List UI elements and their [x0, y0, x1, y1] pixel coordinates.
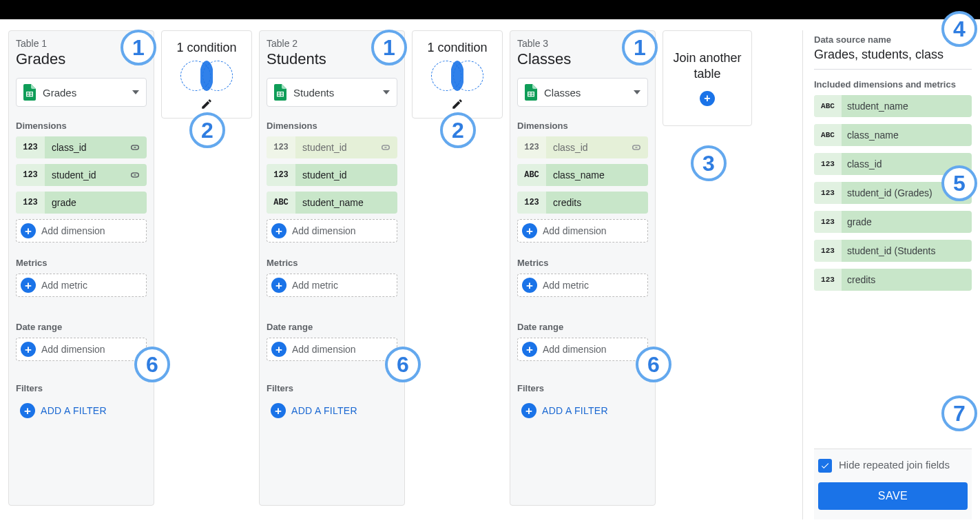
dimension-chip[interactable]: 123student_id: [267, 164, 397, 186]
dimension-chip[interactable]: 123student_id: [16, 164, 147, 186]
field-name: student_id: [295, 142, 379, 153]
field-type-badge: ABC: [814, 124, 842, 146]
hide-repeated-checkbox-row[interactable]: Hide repeated join fields: [818, 459, 968, 473]
table-number-label: Table 2: [267, 38, 397, 49]
field-type-badge: 123: [267, 164, 295, 186]
dimensions-list: 123class_idABCclass_name123credits: [517, 136, 648, 214]
field-type-badge: ABC: [517, 164, 546, 186]
svg-rect-3: [26, 92, 27, 96]
edit-join-icon[interactable]: [200, 98, 213, 110]
add-metric-button[interactable]: + Add metric: [16, 274, 147, 297]
plus-icon: +: [271, 278, 286, 293]
hide-repeated-label: Hide repeated join fields: [839, 459, 950, 472]
dimensions-list: 123student_id123student_idABCstudent_nam…: [267, 136, 397, 214]
callout-2: 2: [189, 112, 225, 148]
venn-inner-join-icon: [430, 58, 485, 94]
join-link-icon: [129, 141, 141, 154]
add-filter-label: ADD A FILTER: [291, 405, 357, 416]
edit-join-icon[interactable]: [451, 98, 463, 110]
add-dimension-button[interactable]: + Add dimension: [16, 219, 147, 243]
svg-rect-17: [534, 92, 534, 96]
field-type-badge: 123: [814, 269, 842, 291]
field-name: class_id: [45, 142, 129, 153]
included-field-chip[interactable]: ABCstudent_name: [814, 95, 972, 117]
add-filter-label: ADD A FILTER: [542, 405, 608, 416]
add-daterange-button[interactable]: + Add dimension: [267, 338, 397, 361]
source-select[interactable]: Classes: [517, 78, 648, 107]
add-dimension-button[interactable]: + Add dimension: [267, 219, 397, 243]
included-field-chip[interactable]: 123grade: [814, 211, 972, 233]
included-fields-list: ABCstudent_nameABCclass_name123class_id1…: [814, 95, 972, 291]
add-dimension-label: Add dimension: [41, 225, 105, 236]
bottom-actions: Hide repeated join fields SAVE: [814, 449, 972, 519]
add-daterange-label: Add dimension: [41, 344, 105, 355]
join-card-1[interactable]: 1 condition 2: [161, 30, 252, 119]
join-another-title: Join another table: [670, 50, 744, 81]
add-metric-button[interactable]: + Add metric: [267, 274, 397, 297]
add-metric-button[interactable]: + Add metric: [517, 274, 648, 297]
included-field-chip[interactable]: 123class_id: [814, 153, 972, 175]
source-name: Classes: [544, 87, 627, 99]
dimension-chip[interactable]: 123credits: [517, 192, 648, 214]
add-dimension-label: Add dimension: [543, 225, 607, 236]
plus-icon: +: [700, 91, 715, 106]
dimension-chip[interactable]: 123grade: [16, 192, 147, 214]
dimension-chip[interactable]: 123class_id: [517, 136, 648, 158]
field-name: student_name: [295, 197, 397, 208]
field-name: class_id: [546, 142, 630, 153]
checkbox-checked-icon[interactable]: [818, 459, 832, 473]
add-dimension-label: Add dimension: [292, 225, 356, 236]
field-type-badge: 123: [814, 182, 842, 204]
field-name: credits: [546, 197, 648, 208]
included-field-chip[interactable]: 123student_id (Grades): [814, 182, 972, 204]
plus-icon: +: [21, 223, 36, 238]
field-name: class_id: [842, 158, 882, 169]
add-metric-label: Add metric: [543, 280, 589, 291]
field-type-badge: 123: [16, 164, 45, 186]
ds-name-input[interactable]: Grades, students, class: [814, 45, 972, 70]
plus-icon: +: [522, 342, 537, 357]
join-link-icon: [379, 141, 392, 154]
table-name: Grades: [16, 50, 147, 68]
plus-icon: +: [20, 403, 35, 418]
table-number-label: Table 1: [16, 38, 147, 49]
add-filter-label: ADD A FILTER: [41, 405, 107, 416]
metrics-label: Metrics: [517, 258, 648, 268]
join-card-2[interactable]: 1 condition 2: [412, 30, 503, 119]
source-select[interactable]: Grades: [16, 78, 147, 107]
svg-rect-11: [283, 92, 284, 96]
join-another-card[interactable]: Join another table + 3: [663, 30, 752, 126]
add-metric-label: Add metric: [292, 280, 338, 291]
join-condition-label: 1 condition: [167, 41, 246, 55]
dimension-chip[interactable]: 123student_id: [267, 136, 397, 158]
add-daterange-button[interactable]: + Add dimension: [16, 338, 147, 361]
dimension-chip[interactable]: ABCclass_name: [517, 164, 648, 186]
add-filter-button[interactable]: + ADD A FILTER: [267, 399, 397, 422]
tables-row: 1 6 Table 1 Grades Grades Dimensions 123…: [8, 30, 802, 519]
field-name: student_id (Students: [842, 245, 935, 256]
dimension-chip[interactable]: ABCstudent_name: [267, 192, 397, 214]
dimension-chip[interactable]: 123class_id: [16, 136, 147, 158]
metrics-label: Metrics: [16, 258, 147, 268]
included-field-chip[interactable]: 123credits: [814, 269, 972, 291]
dimensions-label: Dimensions: [267, 121, 397, 131]
source-select[interactable]: Students: [267, 78, 397, 107]
included-field-chip[interactable]: 123student_id (Students: [814, 240, 972, 262]
add-filter-button[interactable]: + ADD A FILTER: [16, 399, 147, 422]
field-type-badge: 123: [814, 153, 842, 175]
field-type-badge: ABC: [814, 95, 842, 117]
join-link-icon: [129, 169, 141, 181]
filters-label: Filters: [517, 383, 648, 393]
plus-icon: +: [21, 342, 36, 357]
field-type-badge: 123: [16, 192, 45, 214]
add-daterange-button[interactable]: + Add dimension: [517, 338, 648, 361]
daterange-label: Date range: [16, 322, 147, 332]
save-button[interactable]: SAVE: [818, 482, 968, 510]
right-panel: 4 5 7 Data source name Grades, students,…: [802, 30, 974, 519]
plus-icon: +: [21, 278, 36, 293]
included-field-chip[interactable]: ABCclass_name: [814, 124, 972, 146]
filters-label: Filters: [267, 383, 397, 393]
add-dimension-button[interactable]: + Add dimension: [517, 219, 648, 243]
add-filter-button[interactable]: + ADD A FILTER: [517, 399, 648, 422]
caret-down-icon: [634, 90, 640, 94]
